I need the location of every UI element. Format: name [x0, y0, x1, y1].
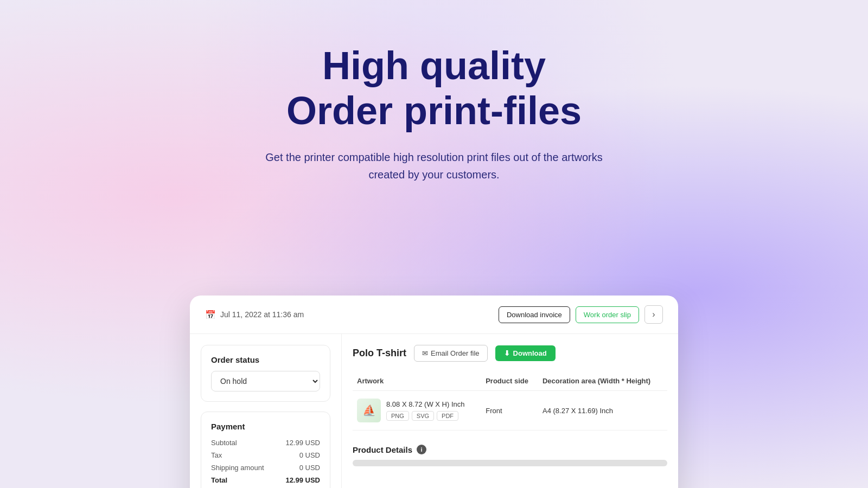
product-header: Polo T-shirt ✉ Email Order file ⬇ Downlo… — [353, 345, 667, 362]
email-order-file-button[interactable]: ✉ Email Order file — [414, 345, 488, 362]
more-options-button[interactable]: › — [644, 305, 663, 324]
download-icon: ⬇ — [504, 349, 510, 357]
hero-section: High quality Order print-files Get the p… — [0, 0, 868, 183]
email-icon: ✉ — [422, 349, 428, 357]
format-badge-png[interactable]: PNG — [386, 411, 409, 421]
artwork-col-header: Artwork — [353, 371, 481, 391]
payment-title: Payment — [211, 422, 320, 431]
hero-title: High quality Order print-files — [0, 43, 868, 133]
artwork-info: 8.08 X 8.72 (W X H) Inch PNG SVG PDF — [386, 400, 465, 421]
table-row: ⛵ 8.08 X 8.72 (W X H) Inch PNG SVG PDF — [353, 391, 667, 431]
info-icon[interactable]: i — [417, 445, 426, 454]
decoration-area-col-header: Decoration area (Width * Height) — [538, 371, 667, 391]
product-details-bar — [353, 460, 667, 466]
decoration-area-cell: A4 (8.27 X 11.69) Inch — [538, 391, 667, 431]
format-badge-pdf[interactable]: PDF — [437, 411, 458, 421]
download-button[interactable]: ⬇ Download — [495, 345, 556, 361]
app-window: 📅 Jul 11, 2022 at 11:36 am Download invo… — [190, 296, 678, 488]
payment-card: Payment Subtotal 12.99 USD Tax 0 USD Shi… — [201, 412, 330, 488]
app-body: Order status On hold Processing Complete… — [190, 334, 678, 488]
calendar-icon: 📅 — [205, 310, 216, 320]
product-side-cell: Front — [481, 391, 538, 431]
header-actions: Download invoice Work order slip › — [499, 305, 663, 324]
download-invoice-button[interactable]: Download invoice — [499, 306, 570, 323]
artwork-cell: ⛵ 8.08 X 8.72 (W X H) Inch PNG SVG PDF — [353, 391, 481, 431]
work-order-slip-button[interactable]: Work order slip — [576, 306, 639, 323]
order-status-title: Order status — [211, 355, 320, 364]
subtotal-row: Subtotal 12.99 USD — [211, 439, 320, 447]
artwork-dimensions: 8.08 X 8.72 (W X H) Inch — [386, 400, 465, 408]
order-status-select[interactable]: On hold Processing Completed Cancelled — [211, 371, 320, 391]
order-status-card: Order status On hold Processing Complete… — [201, 345, 330, 402]
app-header: 📅 Jul 11, 2022 at 11:36 am Download invo… — [190, 296, 678, 334]
product-name: Polo T-shirt — [353, 348, 406, 359]
tax-row: Tax 0 USD — [211, 451, 320, 459]
format-badge-svg[interactable]: SVG — [412, 411, 434, 421]
shipping-row: Shipping amount 0 USD — [211, 464, 320, 472]
artwork-thumbnail: ⛵ — [357, 399, 381, 422]
header-date: 📅 Jul 11, 2022 at 11:36 am — [205, 310, 304, 320]
hero-subtitle: Get the printer compatible high resoluti… — [255, 149, 613, 183]
left-panel: Order status On hold Processing Complete… — [190, 334, 342, 488]
right-panel: Polo T-shirt ✉ Email Order file ⬇ Downlo… — [342, 334, 678, 488]
total-row: Total 12.99 USD — [211, 476, 320, 484]
product-details-header: Product Details i — [353, 439, 667, 454]
artwork-table: Artwork Product side Decoration area (Wi… — [353, 371, 667, 431]
product-details-title: Product Details — [353, 445, 412, 454]
product-side-col-header: Product side — [481, 371, 538, 391]
format-badges: PNG SVG PDF — [386, 411, 465, 421]
